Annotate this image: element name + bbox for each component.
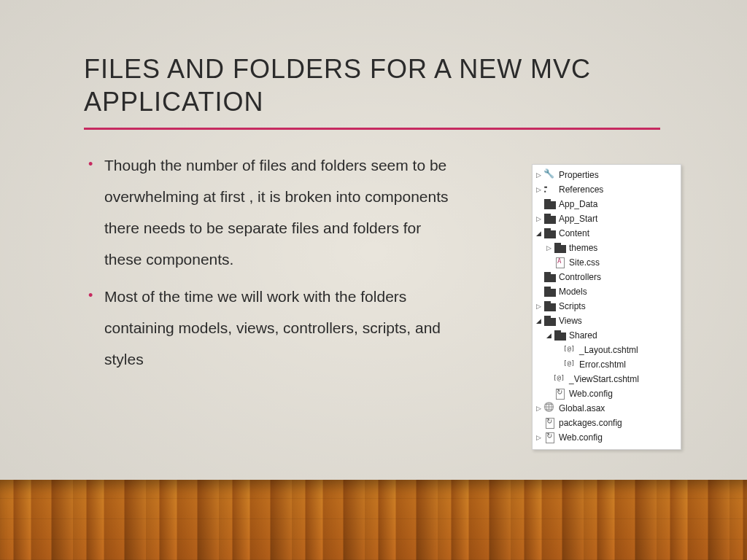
tree-row[interactable]: ◢Shared <box>534 328 679 343</box>
tree-row[interactable]: ▷Controllers <box>534 270 679 284</box>
tree-row[interactable]: ▷themes <box>534 241 679 255</box>
cfg-icon <box>544 432 556 443</box>
tree-row[interactable]: ▷Models <box>534 284 679 299</box>
expander-closed-icon[interactable]: ▷ <box>534 404 543 413</box>
bullet-item: Though the number of files and folders s… <box>84 149 449 275</box>
tree-item-label: App_Data <box>559 199 597 209</box>
slide: FILES AND FOLDERS FOR A NEW MVC APPLICAT… <box>0 0 747 560</box>
expander-closed-icon[interactable]: ▷ <box>534 185 543 194</box>
tree-row[interactable]: ▷App_Data <box>534 197 679 211</box>
tree-row[interactable]: ▷Global.asax <box>534 401 679 416</box>
folder-dark-icon <box>554 330 566 341</box>
tree-item-label: References <box>559 184 603 195</box>
tree-item-label: Controllers <box>559 272 601 282</box>
globe-icon <box>544 403 556 413</box>
tree-item-label: Content <box>559 228 589 238</box>
tree-item-label: Shared <box>569 330 597 341</box>
folder-dark-icon <box>544 199 556 209</box>
tree-item-label: packages.config <box>559 418 622 428</box>
tree-row[interactable]: ▷Site.css <box>534 255 679 270</box>
tree-item-label: Properties <box>559 170 599 180</box>
folder-dark-icon <box>544 316 556 326</box>
expander-closed-icon[interactable]: ▷ <box>534 214 543 223</box>
floor-decoration <box>0 480 747 560</box>
tree-row[interactable]: ▷packages.config <box>534 416 679 430</box>
tree-row[interactable]: ▷_ViewStart.cshtml <box>534 372 679 386</box>
tree-item-label: Scripts <box>559 301 586 311</box>
cshtml-icon <box>554 374 566 384</box>
tree-row[interactable]: ▷Properties <box>534 168 679 182</box>
tree-item-label: Web.config <box>569 389 613 399</box>
expander-open-icon[interactable]: ◢ <box>534 316 543 325</box>
expander-closed-icon[interactable]: ▷ <box>534 171 543 179</box>
bullet-item: Most of the time we will work with the f… <box>84 281 449 375</box>
refs-icon <box>544 184 556 195</box>
expander-open-icon[interactable]: ◢ <box>544 331 553 340</box>
cfg-icon <box>544 418 556 428</box>
tree-item-label: App_Start <box>559 214 597 224</box>
tree-item-label: Views <box>559 316 582 326</box>
tree-item-label: Web.config <box>559 432 603 443</box>
cshtml-icon <box>565 345 576 355</box>
wrench-icon <box>544 170 556 180</box>
tree-row[interactable]: ◢Content <box>534 226 679 241</box>
css-icon <box>554 257 566 268</box>
expander-closed-icon[interactable]: ▷ <box>534 433 543 442</box>
folder-dark-icon <box>554 243 566 253</box>
tree-item-label: themes <box>569 243 597 253</box>
folder-dark-icon <box>544 214 556 224</box>
folder-dark-icon <box>544 228 556 238</box>
slide-body: Though the number of files and folders s… <box>84 149 449 381</box>
cshtml-icon <box>565 359 576 370</box>
tree-row[interactable]: ▷References <box>534 182 679 197</box>
slide-title: FILES AND FOLDERS FOR A NEW MVC APPLICAT… <box>84 52 660 118</box>
title-divider <box>84 128 660 130</box>
bullet-list: Though the number of files and folders s… <box>84 149 449 375</box>
tree-item-label: Models <box>559 287 587 297</box>
tree-row[interactable]: ▷App_Start <box>534 211 679 226</box>
tree-item-label: _ViewStart.cshtml <box>569 374 639 384</box>
folder-dark-icon <box>544 287 556 297</box>
expander-open-icon[interactable]: ◢ <box>534 229 543 238</box>
cfg-icon <box>554 389 566 399</box>
tree-item-label: Error.cshtml <box>579 359 626 370</box>
tree-row[interactable]: ◢Views <box>534 314 679 328</box>
expander-closed-icon[interactable]: ▷ <box>534 302 543 311</box>
tree-row[interactable]: ▷Scripts <box>534 299 679 314</box>
expander-closed-icon[interactable]: ▷ <box>544 244 553 252</box>
tree-item-label: Global.asax <box>559 403 605 413</box>
tree-item-label: Site.css <box>569 257 600 268</box>
folder-dark-icon <box>544 272 556 282</box>
tree-row[interactable]: ▷Web.config <box>534 386 679 401</box>
tree-item-label: _Layout.cshtml <box>579 345 638 355</box>
tree-row[interactable]: ▷Error.cshtml <box>534 357 679 372</box>
solution-explorer-panel: ▷Properties▷References▷App_Data▷App_Star… <box>532 164 681 450</box>
folder-dark-icon <box>544 301 556 311</box>
tree-row[interactable]: ▷Web.config <box>534 430 679 445</box>
tree-row[interactable]: ▷_Layout.cshtml <box>534 343 679 357</box>
